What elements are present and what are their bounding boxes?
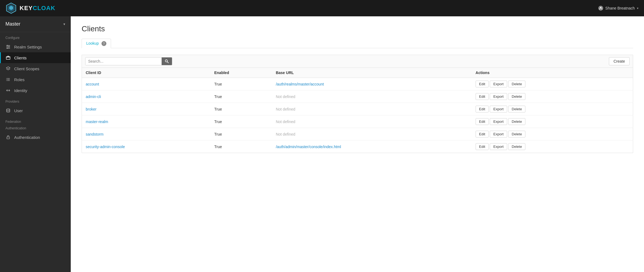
export-button[interactable]: Export <box>490 143 507 150</box>
topnav: KEYCLOAK Shane Breatnach ▾ <box>0 0 644 16</box>
sidebar-item-clients-label: Clients <box>14 56 27 60</box>
cell-actions: EditExportDelete <box>472 115 633 128</box>
cell-client-id: security-admin-console <box>82 140 211 153</box>
sidebar-item-authentication[interactable]: Authentication <box>0 132 71 143</box>
tab-help-icon[interactable]: ? <box>101 41 106 46</box>
svg-line-20 <box>167 62 169 63</box>
edit-button[interactable]: Edit <box>476 118 489 125</box>
realm-selector[interactable]: Master ▾ <box>0 16 71 32</box>
page-title: Clients <box>82 25 633 33</box>
keycloak-logo-icon <box>5 2 17 14</box>
client-id-link[interactable]: account <box>86 82 99 86</box>
svg-point-8 <box>8 46 10 47</box>
sidebar: Master ▾ Configure Realm Settings Client… <box>0 16 71 272</box>
svg-point-14 <box>6 78 7 79</box>
user-name: Shane Breatnach <box>605 6 635 10</box>
search-box <box>85 57 172 65</box>
box-icon <box>5 55 11 60</box>
database-icon <box>5 108 11 113</box>
table-row: accountTrue/auth/realms/master/accountEd… <box>82 78 633 90</box>
main-content: Clients Lookup ? Create Client ID <box>71 16 644 272</box>
col-actions: Actions <box>472 68 633 78</box>
table-row: security-admin-consoleTrue/auth/admin/ma… <box>82 140 633 153</box>
delete-button[interactable]: Delete <box>508 81 526 87</box>
sidebar-item-realm-settings-label: Realm Settings <box>14 45 42 49</box>
edit-button[interactable]: Edit <box>476 106 489 112</box>
main-layout: Master ▾ Configure Realm Settings Client… <box>0 16 644 272</box>
clients-table-body: accountTrue/auth/realms/master/accountEd… <box>82 78 633 153</box>
svg-point-17 <box>7 109 10 110</box>
edit-button[interactable]: Edit <box>476 131 489 137</box>
user-chevron-icon: ▾ <box>637 7 639 10</box>
edit-button[interactable]: Edit <box>476 81 489 87</box>
col-base-url: Base URL <box>272 68 472 78</box>
cell-base-url: /auth/admin/master/console/index.html <box>272 140 472 153</box>
cell-enabled: True <box>210 90 272 103</box>
cell-actions: EditExportDelete <box>472 140 633 153</box>
client-id-link[interactable]: broker <box>86 107 97 111</box>
cell-client-id: master-realm <box>82 115 211 128</box>
user-menu[interactable]: Shane Breatnach ▾ <box>598 6 639 11</box>
client-id-link[interactable]: sandstorm <box>86 132 103 136</box>
cell-enabled: True <box>210 78 272 90</box>
client-id-link[interactable]: admin-cli <box>86 94 101 99</box>
base-url-link[interactable]: /auth/realms/master/account <box>276 82 324 86</box>
sidebar-item-user[interactable]: User <box>0 105 71 116</box>
realm-name: Master <box>5 21 20 27</box>
search-input[interactable] <box>85 57 162 65</box>
svg-point-15 <box>6 79 7 80</box>
search-button[interactable] <box>162 57 172 65</box>
cell-client-id: sandstorm <box>82 128 211 140</box>
cell-enabled: True <box>210 128 272 140</box>
table-header-row: Client ID Enabled Base URL Actions <box>82 68 633 78</box>
cell-actions: EditExportDelete <box>472 103 633 115</box>
client-id-link[interactable]: security-admin-console <box>86 145 125 149</box>
delete-button[interactable]: Delete <box>508 118 526 125</box>
delete-button[interactable]: Delete <box>508 93 526 100</box>
federation-section-label: Federation <box>0 116 71 125</box>
cell-base-url: Not defined <box>272 128 472 140</box>
logo-text: KEYCLOAK <box>20 5 55 12</box>
tab-lookup[interactable]: Lookup ? <box>82 39 111 48</box>
export-button[interactable]: Export <box>490 131 507 137</box>
table-row: sandstormTrueNot definedEditExportDelete <box>82 128 633 140</box>
logo-area: KEYCLOAK <box>5 2 55 14</box>
create-button[interactable]: Create <box>609 57 630 65</box>
clients-table: Client ID Enabled Base URL Actions accou… <box>82 68 633 153</box>
sidebar-item-identity[interactable]: Identity <box>0 85 71 96</box>
cell-base-url: /auth/realms/master/account <box>272 78 472 90</box>
svg-point-9 <box>7 48 8 49</box>
edit-button[interactable]: Edit <box>476 93 489 100</box>
table-row: brokerTrueNot definedEditExportDelete <box>82 103 633 115</box>
delete-button[interactable]: Delete <box>508 143 526 150</box>
base-url-link[interactable]: /auth/admin/master/console/index.html <box>276 145 341 149</box>
user-avatar-icon <box>598 6 603 11</box>
authentication-section-label: Authentication <box>0 125 71 132</box>
table-toolbar: Create <box>82 55 633 68</box>
table-row: master-realmTrueNot definedEditExportDel… <box>82 115 633 128</box>
sidebar-item-client-scopes-label: Client Scopes <box>14 66 39 71</box>
sidebar-item-roles[interactable]: Roles <box>0 74 71 85</box>
export-button[interactable]: Export <box>490 81 507 87</box>
client-id-link[interactable]: master-realm <box>86 120 108 124</box>
sidebar-item-realm-settings[interactable]: Realm Settings <box>0 41 71 52</box>
delete-button[interactable]: Delete <box>508 106 526 112</box>
edit-button[interactable]: Edit <box>476 143 489 150</box>
cell-client-id: account <box>82 78 211 90</box>
cell-actions: EditExportDelete <box>472 78 633 90</box>
sidebar-item-user-label: User <box>14 108 23 113</box>
cell-enabled: True <box>210 115 272 128</box>
cell-base-url: Not defined <box>272 103 472 115</box>
cell-base-url: Not defined <box>272 90 472 103</box>
sidebar-item-roles-label: Roles <box>14 77 24 82</box>
export-button[interactable]: Export <box>490 118 507 125</box>
svg-point-7 <box>7 45 8 46</box>
sidebar-item-client-scopes[interactable]: Client Scopes <box>0 63 71 74</box>
export-button[interactable]: Export <box>490 93 507 100</box>
sidebar-item-authentication-label: Authentication <box>14 135 40 140</box>
delete-button[interactable]: Delete <box>508 131 526 137</box>
cell-enabled: True <box>210 103 272 115</box>
export-button[interactable]: Export <box>490 106 507 112</box>
sidebar-item-clients[interactable]: Clients <box>0 52 71 63</box>
col-client-id: Client ID <box>82 68 211 78</box>
